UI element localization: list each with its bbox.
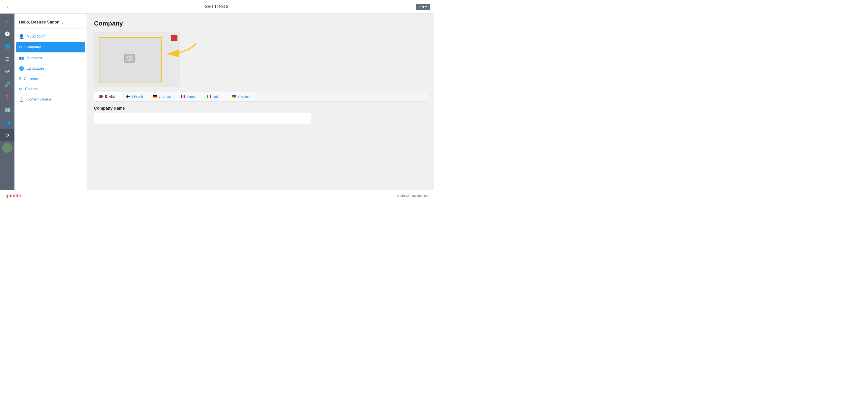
nav-item-content-queue[interactable]: 📋 Content Queue [14, 94, 87, 104]
tab-german[interactable]: 🇩🇪 German [148, 92, 176, 101]
flag-ukrainian: 🇺🇦 [232, 94, 236, 99]
flag-french: 🇫🇷 [181, 94, 185, 99]
sidebar-icon-people[interactable]: 👥 [0, 117, 14, 128]
icon-sidebar: ⌂ 🕐 🌐 ☰ 🗺 🔗 📍 🏢 👥 ⚙ [0, 13, 14, 190]
sidebar-icon-pin[interactable]: 📍 [0, 91, 14, 103]
flag-german: 🇩🇪 [153, 94, 157, 99]
sidebar-icon-settings[interactable]: ⚙ [0, 129, 14, 141]
tab-label-ukrainian: Ukrainian [238, 95, 252, 98]
company-name-label: Company Name [94, 106, 427, 111]
tab-label-english: English [105, 94, 116, 98]
nav-item-members[interactable]: 👥 Members [14, 53, 87, 63]
page-title: SETTINGS [205, 4, 229, 9]
tab-italian[interactable]: 🇮🇹 Italian [202, 92, 227, 101]
top-bar: ‹ SETTINGS EN ▾ [0, 0, 434, 13]
tab-label-italian: Italian [213, 95, 222, 98]
made-with-text: Made with guidde.com [397, 194, 429, 197]
nav-label-members: Members [27, 56, 42, 60]
sidebar-icon-route[interactable]: 🔗 [0, 79, 14, 90]
nav-item-content[interactable]: ✏ Content [14, 84, 87, 94]
nav-label-content-queue: Content Queue [27, 97, 51, 101]
flag-italian: 🇮🇹 [207, 94, 211, 99]
nav-label-currencies: Currencies [24, 77, 41, 81]
image-placeholder-icon [124, 53, 137, 68]
nav-item-currencies[interactable]: $ Currencies [14, 74, 87, 84]
members-icon: 👥 [19, 56, 24, 61]
pencil-icon: ✏ [19, 87, 22, 92]
language-tabs: 🇬🇧 English 🇫🇮 Finnish 🇩🇪 German 🇫🇷 Frenc… [94, 92, 427, 101]
sidebar-icon-globe[interactable]: 🌐 [0, 41, 14, 53]
image-upload-box[interactable] [99, 37, 162, 83]
upload-section: − [94, 33, 427, 87]
nav-item-company[interactable]: ⚙ Company [16, 42, 85, 53]
remove-image-button[interactable]: − [170, 35, 178, 41]
guidde-logo: guidde. [5, 193, 22, 198]
company-name-input[interactable] [94, 113, 311, 124]
lang-label: EN [420, 5, 424, 8]
sidebar-icon-map[interactable]: 🗺 [0, 66, 14, 78]
chevron-down-icon: ▾ [425, 5, 427, 8]
bottom-bar: guidde. Made with guidde.com [0, 190, 434, 201]
sidebar-icon-building[interactable]: 🏢 [0, 104, 14, 116]
content-area: Company − [87, 13, 434, 190]
user-avatar[interactable] [2, 143, 12, 153]
language-selector[interactable]: EN ▾ [416, 4, 430, 10]
nav-label-content: Content [25, 87, 38, 91]
dollar-icon: $ [19, 76, 21, 81]
sidebar-icon-home[interactable]: ⌂ [0, 16, 14, 27]
arrow-annotation [161, 41, 197, 64]
tab-ukrainian[interactable]: 🇺🇦 Ukrainian [227, 92, 257, 101]
nav-label-my-account: My Account [27, 34, 45, 38]
user-icon: 👤 [19, 34, 24, 39]
main-layout: ⌂ 🕐 🌐 ☰ 🗺 🔗 📍 🏢 👥 ⚙ Hello, Desiree Simon… [0, 13, 434, 190]
tab-label-german: German [159, 95, 171, 98]
sidebar-icon-menu[interactable]: ☰ [0, 53, 14, 65]
nav-label-languages: Languages [27, 66, 44, 70]
tab-french[interactable]: 🇫🇷 French [176, 92, 202, 101]
sidebar-icon-clock[interactable]: 🕐 [0, 28, 14, 40]
gear-icon: ⚙ [19, 45, 23, 50]
tab-label-french: French [187, 95, 197, 98]
content-title: Company [94, 20, 427, 27]
tab-english[interactable]: 🇬🇧 English [94, 92, 121, 101]
nav-item-my-account[interactable]: 👤 My Account [14, 31, 87, 41]
flag-english: 🇬🇧 [99, 94, 103, 98]
back-button[interactable]: ‹ [4, 2, 11, 11]
greeting-text: Hello, Desiree Simoni . [14, 18, 87, 28]
nav-item-languages[interactable]: 🌐 Languages [14, 63, 87, 74]
tab-finnish[interactable]: 🇫🇮 Finnish [121, 92, 148, 101]
languages-icon: 🌐 [19, 66, 24, 71]
queue-icon: 📋 [19, 97, 24, 102]
nav-label-company: Company [25, 45, 41, 49]
tab-label-finnish: Finnish [132, 95, 143, 98]
nav-panel: Hello, Desiree Simoni . 👤 My Account ⚙ C… [14, 13, 87, 190]
company-name-field-group: Company Name [94, 106, 427, 124]
guidde-logo-text: guidde. [5, 193, 22, 198]
flag-finnish: 🇫🇮 [126, 94, 130, 99]
